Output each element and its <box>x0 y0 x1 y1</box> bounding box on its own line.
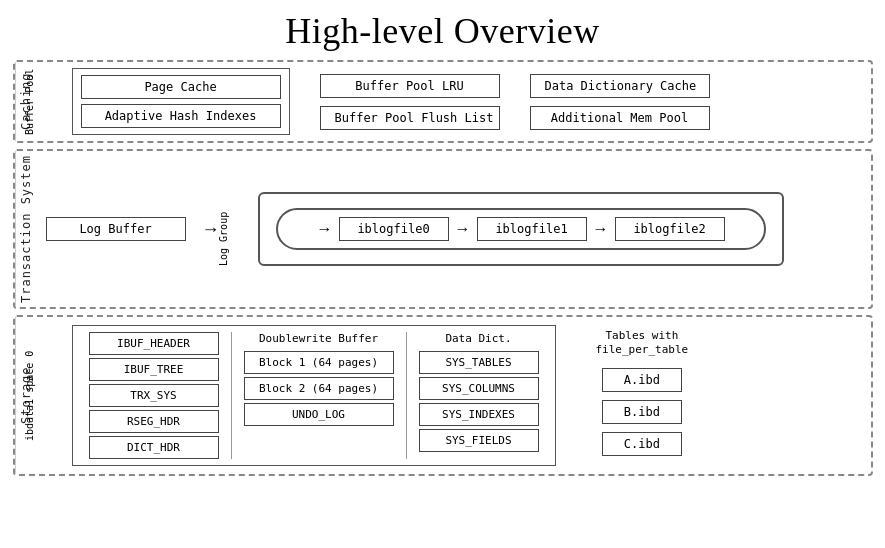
log-files-row: → iblogfile0 → iblogfile1 → iblogfile2 <box>317 217 725 241</box>
storage-content: ibdata1 space 0 IBUF_HEADER IBUF_TREE TR… <box>36 317 871 474</box>
storage-col3-items: SYS_TABLES SYS_COLUMNS SYS_INDEXES SYS_F… <box>419 351 539 452</box>
trx-sys-box: TRX_SYS <box>89 384 219 407</box>
a-ibd-box: A.ibd <box>602 368 682 392</box>
arrow2: → <box>593 220 609 238</box>
transaction-section: Transaction System Log Buffer → Log Grou… <box>13 149 873 309</box>
block1-box: Block 1 (64 pages) <box>244 351 394 374</box>
file-per-table-area: Tables with file_per_table A.ibd B.ibd C… <box>596 329 689 456</box>
arrow1: → <box>455 220 471 238</box>
ibuf-header-box: IBUF_HEADER <box>89 332 219 355</box>
log-group-wrapper: Log Group → iblogfile0 → iblogfile1 → ib… <box>236 192 784 266</box>
log-buffer-box: Log Buffer <box>46 217 186 241</box>
caching-right: Data Dictionary Cache Additional Mem Poo… <box>530 74 710 130</box>
buffer-pool-lru-box: Buffer Pool LRU <box>320 74 500 98</box>
log-group-inner: → iblogfile0 → iblogfile1 → iblogfile2 <box>258 192 784 266</box>
data-dict-cache-box: Data Dictionary Cache <box>530 74 710 98</box>
rseg-hdr-box: RSEG_HDR <box>89 410 219 433</box>
log-buffer-area: Log Buffer <box>46 217 186 241</box>
log-buffer-arrow: → <box>202 219 220 240</box>
c-ibd-box: C.ibd <box>602 432 682 456</box>
arrow-entry: → <box>317 220 333 238</box>
adaptive-hash-box: Adaptive Hash Indexes <box>81 104 281 128</box>
sys-columns-box: SYS_COLUMNS <box>419 377 539 400</box>
ibdata-wrapper: ibdata1 space 0 IBUF_HEADER IBUF_TREE TR… <box>46 325 556 466</box>
sys-fields-box: SYS_FIELDS <box>419 429 539 452</box>
buffer-pool-label: Buffer Pool <box>24 68 35 135</box>
log-group-label: Log Group <box>218 192 229 266</box>
additional-mem-pool-box: Additional Mem Pool <box>530 106 710 130</box>
ibuf-tree-box: IBUF_TREE <box>89 358 219 381</box>
undo-log-box: UNDO_LOG <box>244 403 394 426</box>
diagram-area: Caching Buffer Pool Page Cache Adaptive … <box>13 60 873 476</box>
sys-indexes-box: SYS_INDEXES <box>419 403 539 426</box>
dict-hdr-box: DICT_HDR <box>89 436 219 459</box>
file-per-table-title: Tables with file_per_table <box>596 329 689 358</box>
doublewrite-label: Doublewrite Buffer <box>244 332 394 345</box>
log-oval-container: → iblogfile0 → iblogfile1 → iblogfile2 <box>276 204 766 254</box>
page-cache-box: Page Cache <box>81 75 281 99</box>
buffer-pool-box: Page Cache Adaptive Hash Indexes <box>72 68 290 135</box>
caching-middle: Buffer Pool LRU Buffer Pool Flush List <box>320 74 500 130</box>
b-ibd-box: B.ibd <box>602 400 682 424</box>
storage-divider1 <box>231 332 232 459</box>
iblogfile1-box: iblogfile1 <box>477 217 587 241</box>
ibdata-box: IBUF_HEADER IBUF_TREE TRX_SYS RSEG_HDR D… <box>72 325 556 466</box>
transaction-label: Transaction System <box>15 151 36 307</box>
storage-col3: Data Dict. SYS_TABLES SYS_COLUMNS SYS_IN… <box>411 332 547 452</box>
sys-tables-box: SYS_TABLES <box>419 351 539 374</box>
caching-content: Buffer Pool Page Cache Adaptive Hash Ind… <box>36 62 871 141</box>
storage-col2: Doublewrite Buffer Block 1 (64 pages) Bl… <box>236 332 402 426</box>
iblogfile2-box: iblogfile2 <box>615 217 725 241</box>
transaction-content: Log Buffer → Log Group → iblogfile0 → ib… <box>36 151 871 307</box>
storage-inner: IBUF_HEADER IBUF_TREE TRX_SYS RSEG_HDR D… <box>81 332 547 459</box>
ibdata-label: ibdata1 space 0 <box>24 325 35 466</box>
storage-col1: IBUF_HEADER IBUF_TREE TRX_SYS RSEG_HDR D… <box>81 332 227 459</box>
block2-box: Block 2 (64 pages) <box>244 377 394 400</box>
storage-col1-items: IBUF_HEADER IBUF_TREE TRX_SYS RSEG_HDR D… <box>89 332 219 459</box>
iblogfile0-box: iblogfile0 <box>339 217 449 241</box>
page-title: High-level Overview <box>285 10 599 52</box>
buffer-pool-flush-box: Buffer Pool Flush List <box>320 106 500 130</box>
storage-divider2 <box>406 332 407 459</box>
caching-section: Caching Buffer Pool Page Cache Adaptive … <box>13 60 873 143</box>
storage-col2-items: Block 1 (64 pages) Block 2 (64 pages) UN… <box>244 351 394 426</box>
data-dict-label: Data Dict. <box>419 332 539 345</box>
storage-section: Storage ibdata1 space 0 IBUF_HEADER IBUF… <box>13 315 873 476</box>
